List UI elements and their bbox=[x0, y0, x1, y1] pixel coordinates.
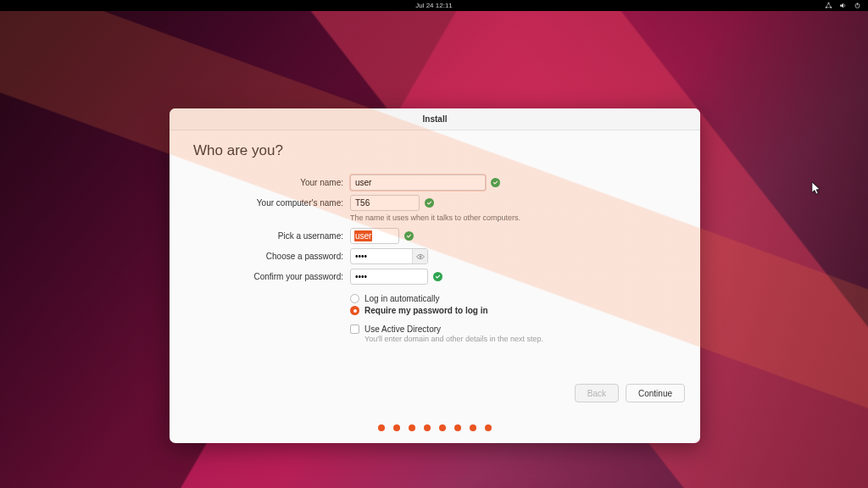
option-login-automatically[interactable]: Log in automatically bbox=[350, 294, 676, 303]
option-label: Use Active Directory bbox=[364, 324, 441, 334]
progress-dots bbox=[170, 424, 700, 431]
radio-off-icon bbox=[350, 294, 359, 303]
computer-name-label: Your computer's name: bbox=[193, 195, 350, 208]
progress-dot bbox=[485, 424, 492, 431]
top-panel: Jul 24 12:11 bbox=[0, 0, 868, 11]
password-label: Choose a password: bbox=[193, 248, 350, 261]
progress-dot bbox=[378, 424, 385, 431]
desktop-wallpaper: Install Who are you? Your name: Your com… bbox=[0, 11, 868, 488]
computer-name-hint: The name it uses when it talks to other … bbox=[350, 214, 676, 222]
svg-point-5 bbox=[420, 256, 421, 258]
progress-dot bbox=[424, 424, 431, 431]
active-directory-hint: You'll enter domain and other details in… bbox=[364, 335, 676, 343]
page-title: Who are you? bbox=[193, 142, 676, 159]
username-label: Pick a username: bbox=[193, 228, 350, 241]
option-label: Require my password to log in bbox=[364, 306, 488, 315]
installer-window: Install Who are you? Your name: Your com… bbox=[170, 108, 700, 443]
progress-dot bbox=[470, 424, 476, 431]
power-icon[interactable] bbox=[854, 2, 861, 9]
checkbox-icon bbox=[350, 324, 359, 334]
identity-form: Your name: Your computer's name: The nam… bbox=[193, 175, 676, 345]
name-label: Your name: bbox=[193, 175, 350, 187]
progress-dot bbox=[454, 424, 461, 431]
check-icon bbox=[425, 198, 434, 208]
panel-datetime[interactable]: Jul 24 12:11 bbox=[415, 2, 453, 9]
option-active-directory[interactable]: Use Active Directory bbox=[350, 324, 676, 334]
progress-dot bbox=[409, 424, 415, 431]
username-selected-text: user bbox=[354, 230, 372, 241]
check-icon bbox=[491, 178, 500, 187]
option-label: Log in automatically bbox=[364, 294, 439, 303]
confirm-password-label: Confirm your password: bbox=[193, 269, 350, 281]
check-icon bbox=[404, 231, 414, 241]
radio-on-icon bbox=[350, 306, 359, 315]
back-button[interactable]: Back bbox=[575, 384, 619, 402]
name-input[interactable] bbox=[350, 175, 486, 191]
mouse-cursor bbox=[812, 182, 822, 199]
progress-dot bbox=[439, 424, 446, 431]
window-titlebar[interactable]: Install bbox=[170, 108, 700, 130]
network-icon[interactable] bbox=[825, 2, 832, 9]
progress-dot bbox=[393, 424, 400, 431]
window-title: Install bbox=[423, 114, 448, 124]
option-require-password[interactable]: Require my password to log in bbox=[350, 306, 676, 315]
password-visibility-toggle[interactable] bbox=[412, 249, 427, 263]
continue-button[interactable]: Continue bbox=[626, 384, 685, 402]
computer-name-input[interactable] bbox=[350, 195, 420, 211]
volume-icon[interactable] bbox=[839, 2, 847, 9]
check-icon bbox=[433, 272, 442, 281]
confirm-password-input[interactable] bbox=[350, 269, 428, 285]
